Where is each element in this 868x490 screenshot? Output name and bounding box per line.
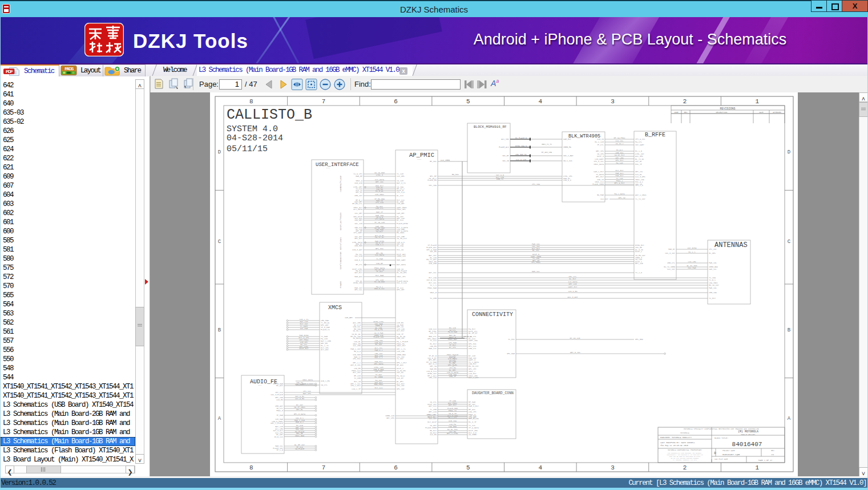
svg-text:LNA_SPI: LNA_SPI bbox=[469, 411, 477, 413]
svg-text:3: 3 bbox=[611, 98, 615, 105]
svg-text:05/11/15: 05/11/15 bbox=[227, 144, 268, 154]
svg-text:RX_1_S: RX_1_S bbox=[689, 251, 696, 253]
svg-text:D: D bbox=[714, 451, 716, 455]
svg-text:ANT_CLK: ANT_CLK bbox=[429, 405, 437, 407]
svg-text:BL_TX_WL: BL_TX_WL bbox=[635, 158, 644, 160]
svg-text:ANT_SCL: ANT_SCL bbox=[429, 272, 437, 274]
svg-text:BL_SCL: BL_SCL bbox=[532, 249, 539, 252]
svg-text:7: 7 bbox=[322, 98, 326, 105]
svg-text:Thu May 11 16:15:49 2015: Thu May 11 16:15:49 2015 bbox=[660, 444, 688, 447]
svg-text:SPI_INT: SPI_INT bbox=[709, 248, 717, 250]
svg-text:PA_SIM: PA_SIM bbox=[616, 162, 623, 164]
svg-text:TX_2_N: TX_2_N bbox=[635, 272, 642, 274]
svg-text:FLASH_ALS: FLASH_ALS bbox=[499, 146, 509, 148]
svg-text:GPS_0_DATA: GPS_0_DATA bbox=[294, 413, 305, 415]
svg-text:CLK_INT: CLK_INT bbox=[667, 268, 675, 270]
svg-text:VBUS_DATA: VBUS_DATA bbox=[594, 163, 604, 165]
svg-text:CLK_WL: CLK_WL bbox=[635, 173, 642, 176]
svg-text:KEY_S_FLASH: KEY_S_FLASH bbox=[271, 422, 283, 424]
svg-text:PA_RST: PA_RST bbox=[376, 230, 383, 233]
svg-text:PWR_SNS: PWR_SNS bbox=[709, 287, 717, 289]
svg-text:SPK_2_RST: SPK_2_RST bbox=[350, 384, 361, 387]
svg-text:HS_NFC: HS_NFC bbox=[709, 252, 716, 254]
svg-text:B: B bbox=[218, 327, 221, 333]
svg-text:RST_RST: RST_RST bbox=[397, 330, 405, 332]
svg-text:DISP_1: DISP_1 bbox=[635, 250, 642, 253]
svg-text:(M) MOTOROLA: (M) MOTOROLA bbox=[738, 430, 758, 434]
svg-text:SIM_VIB: SIM_VIB bbox=[397, 350, 405, 353]
svg-text:NFC_INT: NFC_INT bbox=[397, 388, 405, 390]
svg-text:84016407: 84016407 bbox=[732, 441, 762, 448]
svg-text:CAM_RST: CAM_RST bbox=[563, 138, 571, 140]
svg-text:BLK_WTR4905: BLK_WTR4905 bbox=[568, 133, 600, 139]
svg-text:GPS_CLK: GPS_CLK bbox=[469, 345, 477, 347]
svg-text:BLOCK_MSM8916_RF: BLOCK_MSM8916_RF bbox=[474, 125, 507, 129]
svg-text:PROX_BAT: PROX_BAT bbox=[448, 338, 457, 341]
svg-text:CAM_2_RST: CAM_2_RST bbox=[594, 171, 604, 173]
svg-text:TS_MIC: TS_MIC bbox=[508, 338, 515, 341]
svg-text:KEY_BL: KEY_BL bbox=[296, 408, 303, 411]
svg-text:4: 4 bbox=[539, 464, 543, 471]
svg-text:CHG_MIC: CHG_MIC bbox=[616, 152, 624, 154]
svg-text:1: 1 bbox=[755, 98, 759, 105]
svg-text:SIM_DET: SIM_DET bbox=[397, 203, 405, 205]
svg-text:RX_1_1V8: RX_1_1V8 bbox=[595, 141, 604, 143]
svg-text:SNS_3_INT: SNS_3_INT bbox=[665, 252, 675, 254]
svg-text:B: B bbox=[788, 327, 791, 333]
svg-text:I2C_NFC: I2C_NFC bbox=[397, 175, 405, 177]
svg-text:HS_IO_NFC: HS_IO_NFC bbox=[397, 272, 407, 274]
svg-text:ID_S_I2C: ID_S_I2C bbox=[563, 160, 572, 162]
svg-text:MIC_PWR: MIC_PWR bbox=[688, 267, 696, 269]
svg-text:SNS_IO: SNS_IO bbox=[502, 160, 509, 162]
svg-text:PWR_SNS: PWR_SNS bbox=[709, 262, 717, 264]
svg-text:PROX_MAG: PROX_MAG bbox=[427, 287, 437, 289]
svg-text:GPS_MIC: GPS_MIC bbox=[376, 248, 383, 250]
svg-text:CLK_3_NFC: CLK_3_NFC bbox=[635, 176, 645, 178]
svg-text:SPI_LCD: SPI_LCD bbox=[376, 201, 383, 204]
svg-text:MIC_IO: MIC_IO bbox=[397, 249, 403, 251]
svg-text:TP_S_B: TP_S_B bbox=[276, 449, 283, 451]
svg-text:SPI_3_SCL: SPI_3_SCL bbox=[594, 160, 604, 163]
svg-text:RX_SW_GND: RX_SW_GND bbox=[374, 281, 385, 283]
svg-text:HS_LNA: HS_LNA bbox=[397, 245, 403, 247]
svg-text:I2C_SCL: I2C_SCL bbox=[616, 140, 624, 142]
svg-text:ID_B_I2C: ID_B_I2C bbox=[274, 436, 283, 438]
svg-text:GYRO_LED: GYRO_LED bbox=[353, 282, 362, 284]
svg-text:SNS_IO: SNS_IO bbox=[635, 183, 642, 185]
svg-text:ACC_IO: ACC_IO bbox=[428, 416, 435, 418]
svg-text:2: 2 bbox=[683, 98, 687, 105]
svg-text:VREG_1V8: VREG_1V8 bbox=[397, 255, 406, 257]
svg-text:SW_BT_RST: SW_BT_RST bbox=[615, 154, 625, 156]
svg-text:SD_ID_S: SD_ID_S bbox=[353, 330, 361, 332]
svg-text:SNS_3_FLASH: SNS_3_FLASH bbox=[271, 394, 283, 396]
svg-text:SPI_PROX: SPI_PROX bbox=[531, 261, 540, 264]
svg-text:CAM_HS: CAM_HS bbox=[469, 417, 475, 419]
svg-text:CAD FILE NAME: CAD FILE NAME bbox=[714, 459, 728, 460]
svg-text:TP_RST: TP_RST bbox=[449, 344, 456, 346]
svg-text:SNS_EN: SNS_EN bbox=[430, 250, 437, 253]
svg-text:CTRL_3: CTRL_3 bbox=[376, 174, 383, 176]
svg-text:TS_CLK: TS_CLK bbox=[430, 339, 437, 342]
svg-text:DISP_3: DISP_3 bbox=[597, 155, 604, 157]
svg-text:SNS_S_BAT: SNS_S_BAT bbox=[563, 155, 574, 157]
svg-text:SIM_DET: SIM_DET bbox=[345, 317, 353, 319]
svg-text:TX_DATA: TX_DATA bbox=[596, 173, 604, 176]
svg-text:SIM_N_EN: SIM_N_EN bbox=[568, 290, 578, 293]
svg-text:SNS_BT: SNS_BT bbox=[502, 155, 509, 157]
svg-text:NFC_DATA: NFC_DATA bbox=[374, 363, 383, 365]
svg-text:SNS_1V8: SNS_1V8 bbox=[354, 222, 362, 225]
svg-text:LCD_UART: LCD_UART bbox=[595, 158, 604, 160]
svg-text:CONNECTIVITY: CONNECTIVITY bbox=[472, 311, 513, 318]
svg-text:RF_CTL: RF_CTL bbox=[356, 264, 362, 266]
svg-text:SPK_MIC: SPK_MIC bbox=[353, 358, 361, 360]
svg-text:TX_RST: TX_RST bbox=[709, 297, 716, 299]
svg-text:PA_CTL: PA_CTL bbox=[635, 141, 642, 143]
svg-text:2: 2 bbox=[683, 464, 687, 471]
svg-text:HS_1_0: HS_1_0 bbox=[635, 150, 642, 152]
svg-text:MAG_ACC: MAG_ACC bbox=[354, 276, 362, 278]
svg-text:RF_SW_PROX: RF_SW_PROX bbox=[614, 137, 625, 139]
svg-text:BT_ACC: BT_ACC bbox=[276, 384, 283, 387]
svg-text:BL_DET: BL_DET bbox=[449, 369, 456, 371]
svg-text:PWR_RST: PWR_RST bbox=[616, 175, 624, 177]
svg-text:CLK_TX: CLK_TX bbox=[430, 332, 437, 334]
